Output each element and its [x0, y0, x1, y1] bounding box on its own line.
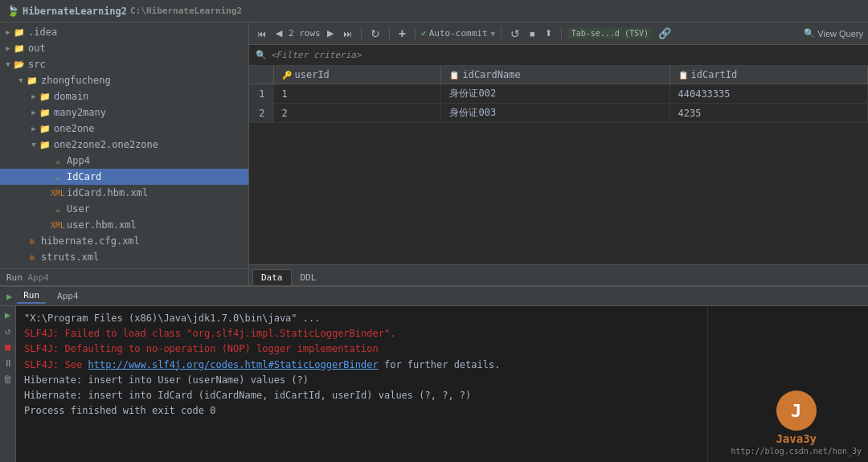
folder-icon: 📁 — [26, 74, 39, 87]
reload-btn[interactable]: ↻ — [367, 26, 383, 42]
sidebar-item-label: idCard.hbm.xml — [67, 187, 148, 198]
console-line: Process finished with exit code 0 — [24, 403, 699, 419]
console-header: ▶ Run App4 — [0, 287, 868, 306]
col-icon: 📋 — [678, 71, 688, 80]
sidebar-item-src[interactable]: ▼ 📂 src — [0, 56, 248, 72]
col-header-idCartId[interactable]: 📋idCartId — [669, 66, 868, 84]
console-run-icon[interactable]: ▶ — [5, 309, 10, 321]
export-btn[interactable]: ⬆ — [542, 27, 555, 40]
sidebar-item-strutsCfg[interactable]: ⚙ struts.xml — [0, 249, 248, 265]
tree-arrow: ▼ — [3, 60, 13, 68]
console-tab-run[interactable]: Run — [17, 288, 46, 304]
folder-icon: 📁 — [39, 138, 51, 151]
tab-data[interactable]: Data — [252, 269, 292, 285]
sidebar-item-one2zone2[interactable]: ▼ 📁 one2zone2.one2zone — [0, 137, 248, 153]
sidebar-item-idea[interactable]: ▶ 📁 .idea — [0, 24, 248, 40]
data-table: 🔑userId📋idCardName📋idCartId 1 1 身份证002 4… — [249, 66, 868, 123]
sidebar-item-User[interactable]: ☕ User — [0, 201, 248, 217]
watermark-name: Java3y — [776, 432, 817, 445]
col-icon: 📋 — [449, 71, 459, 80]
tree-arrow: ▶ — [3, 44, 13, 52]
java-class-green-icon: ☕ — [51, 202, 64, 215]
tree-arrow: ▶ — [29, 125, 39, 133]
sidebar-item-hibernateCfg[interactable]: ⚙ hibernate.cfg.xml — [0, 233, 248, 249]
sep2 — [389, 27, 390, 40]
sidebar-item-label: User — [67, 203, 90, 215]
console-content: "X:\Program Files (x86)\Java\jdk1.7.0\bi… — [16, 306, 707, 462]
last-row-btn[interactable]: ⏭ — [340, 27, 355, 40]
console-rerun-icon[interactable]: ↺ — [5, 325, 10, 337]
sidebar-item-idCardHbm[interactable]: XML idCard.hbm.xml — [0, 185, 248, 201]
dropdown-icon[interactable]: ▼ — [491, 30, 495, 38]
table-tabs: DataDDL — [249, 264, 868, 285]
sidebar-item-userHbm[interactable]: XML user.hbm.xml — [0, 217, 248, 233]
table-row[interactable]: 2 2 身份证003 4235 — [249, 104, 868, 123]
sidebar-item-label: domain — [54, 91, 88, 102]
add-row-btn[interactable]: + — [395, 25, 409, 43]
first-row-btn[interactable]: ⏮ — [254, 27, 269, 40]
row-num-header — [249, 66, 273, 84]
sep4 — [501, 27, 502, 40]
view-query-label: View Query — [817, 29, 863, 39]
sidebar-item-out[interactable]: ▶ 📁 out — [0, 40, 248, 56]
autocommit-label: Auto-commit — [429, 28, 488, 39]
sidebar-item-label: zhongfucheng — [41, 75, 111, 86]
tsv-format: Tab-se...d (TSV) — [567, 28, 653, 39]
cfg-icon: ⚙ — [26, 235, 39, 247]
console-pause-icon[interactable]: ⏸ — [3, 358, 13, 369]
sidebar-item-App4[interactable]: ☕ App4 — [0, 153, 248, 169]
sidebar-item-label: IdCard — [67, 171, 101, 182]
col-icon: 🔑 — [282, 71, 292, 80]
sidebar-item-many2many[interactable]: ▶ 📁 many2many — [0, 104, 248, 121]
cell-idCartId: 440433335 — [669, 84, 868, 104]
view-query-btn[interactable]: 🔍 View Query — [804, 28, 863, 39]
console-link[interactable]: http://www.slf4j.org/codes.html#StaticLo… — [88, 359, 378, 370]
app4-label: App4 — [28, 272, 50, 283]
tab-ddl[interactable]: DDL — [292, 269, 326, 285]
folder-icon: 📁 — [13, 42, 26, 55]
run-app-label: Run App4 — [0, 268, 248, 285]
console-trash-icon[interactable]: 🗑 — [3, 374, 13, 385]
col-header-userId[interactable]: 🔑userId — [273, 66, 441, 84]
folder-src-icon: 📂 — [13, 58, 26, 71]
sidebar-item-label: App4 — [67, 155, 90, 166]
console-body: ▶ ↺ ■ ⏸ 🗑 "X:\Program Files (x86)\Java\j… — [0, 306, 868, 462]
console-stop-icon[interactable]: ■ — [5, 341, 10, 353]
filter-placeholder[interactable]: <Filter criteria> — [271, 50, 362, 60]
revert-btn[interactable]: ↺ — [507, 26, 523, 42]
table-row[interactable]: 1 1 身份证002 440433335 — [249, 84, 868, 104]
sidebar-item-zhongfucheng[interactable]: ▼ 📁 zhongfucheng — [0, 72, 248, 88]
console-line: SLF4J: Defaulting to no-operation (NOP) … — [24, 341, 699, 357]
col-header-idCardName[interactable]: 📋idCardName — [441, 66, 669, 84]
prev-row-btn[interactable]: ◀ — [272, 27, 285, 40]
sidebar-item-IdCard[interactable]: ☕ IdCard — [0, 169, 248, 185]
db-link-icon: 🔗 — [658, 27, 671, 39]
java-class-green-icon: ☕ — [51, 154, 64, 167]
sidebar-item-one2one[interactable]: ▶ 📁 one2one — [0, 121, 248, 137]
right-panel: ⏮ ◀ 2 rows ▶ ⏭ ↻ + ✔ Auto-commit ▼ ↺ ■ ⬆… — [249, 22, 868, 285]
tree-arrow: ▼ — [16, 76, 26, 84]
console-line: Hibernate: insert into IdCard (idCardNam… — [24, 388, 699, 403]
stop-btn[interactable]: ■ — [526, 27, 538, 40]
sidebar-item-label: struts.xml — [41, 251, 99, 263]
xml-icon: XML — [51, 186, 64, 199]
filter-bar: 🔍 <Filter criteria> — [249, 45, 868, 66]
db-toolbar: ⏮ ◀ 2 rows ▶ ⏭ ↻ + ✔ Auto-commit ▼ ↺ ■ ⬆… — [249, 22, 868, 45]
xml-icon: XML — [51, 219, 64, 231]
row-count: 2 rows — [289, 28, 321, 39]
col-name: idCartId — [691, 69, 738, 80]
sidebar-item-domain[interactable]: ▶ 📁 domain — [0, 88, 248, 104]
console-line: "X:\Program Files (x86)\Java\jdk1.7.0\bi… — [24, 311, 699, 326]
view-query-icon: 🔍 — [804, 28, 815, 39]
run-icon: ▶ — [6, 291, 12, 302]
tree-arrow: ▶ — [29, 92, 39, 100]
console-line: SLF4J: Failed to load class "org.slf4j.i… — [24, 326, 699, 341]
sep3 — [415, 27, 416, 40]
folder-icon: 📁 — [39, 122, 51, 135]
col-name: userId — [295, 69, 330, 80]
main-layout: ▶ 📁 .idea ▶ 📁 out ▼ 📂 src ▼ 📁 zhongfuche… — [0, 22, 868, 285]
console-line: SLF4J: See http://www.slf4j.org/codes.ht… — [24, 358, 699, 373]
autocommit-toggle[interactable]: ✔ Auto-commit — [421, 28, 487, 39]
console-tab-app4[interactable]: App4 — [51, 289, 85, 303]
next-row-btn[interactable]: ▶ — [324, 27, 337, 40]
